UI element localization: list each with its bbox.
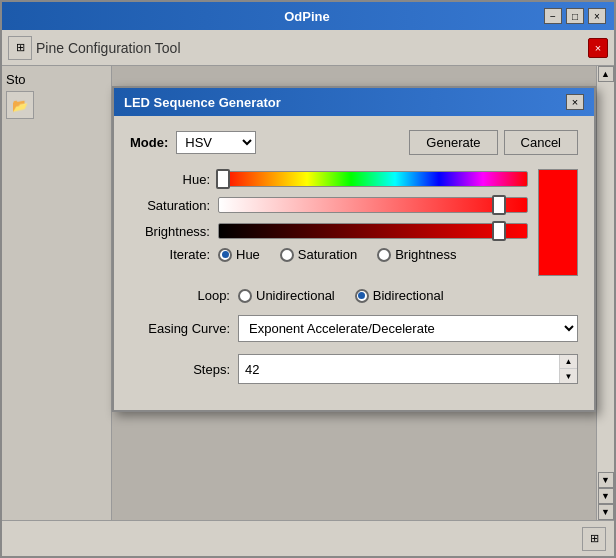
scroll-down-button-2[interactable]: ▼: [598, 488, 614, 504]
steps-row: Steps: ▲ ▼: [130, 354, 578, 384]
right-scrollbar: ▲ ▼ ▼ ▼: [596, 66, 614, 520]
toolbar-close-button[interactable]: ×: [588, 38, 608, 58]
steps-input-wrap: ▲ ▼: [238, 354, 578, 384]
window-title: OdPine: [70, 9, 544, 24]
led-sequence-dialog: LED Sequence Generator × Mode: HSV RGB: [112, 86, 596, 412]
saturation-thumb[interactable]: [492, 195, 506, 215]
brightness-track-wrap: [218, 221, 528, 241]
loop-row: Loop: Unidirectional Bidirectional: [130, 288, 578, 303]
brightness-label: Brightness:: [130, 224, 210, 239]
easing-select[interactable]: Exponent Accelerate/Decelerate Linear Ea…: [238, 315, 578, 342]
title-bar: OdPine − □ ×: [2, 2, 614, 30]
easing-row: Easing Curve: Exponent Accelerate/Decele…: [130, 315, 578, 342]
modal-close-button[interactable]: ×: [566, 94, 584, 110]
hue-label: Hue:: [130, 172, 210, 187]
iterate-brightness-label: Brightness: [395, 247, 456, 262]
mode-label: Mode:: [130, 135, 168, 150]
iterate-saturation-label: Saturation: [298, 247, 357, 262]
loop-unidirectional-label: Unidirectional: [256, 288, 335, 303]
saturation-row: Saturation:: [130, 195, 528, 215]
iterate-brightness-option[interactable]: Brightness: [377, 247, 456, 262]
loop-unidirectional-option[interactable]: Unidirectional: [238, 288, 335, 303]
modal-title: LED Sequence Generator: [124, 95, 281, 110]
hue-row: Hue:: [130, 169, 528, 189]
iterate-label: Iterate:: [130, 247, 210, 262]
saturation-label: Saturation:: [130, 198, 210, 213]
brightness-thumb[interactable]: [492, 221, 506, 241]
toolbar-title: Pine Configuration Tool: [36, 40, 181, 56]
iterate-row: Iterate: Hue Saturation: [130, 247, 528, 262]
loop-radio-group: Unidirectional Bidirectional: [238, 288, 444, 303]
iterate-saturation-radio[interactable]: [280, 248, 294, 262]
cancel-button[interactable]: Cancel: [504, 130, 578, 155]
toolbar-icon-button[interactable]: ⊞: [8, 36, 32, 60]
modal-overlay: LED Sequence Generator × Mode: HSV RGB: [112, 66, 596, 520]
generate-button[interactable]: Generate: [409, 130, 497, 155]
loop-bidirectional-option[interactable]: Bidirectional: [355, 288, 444, 303]
sidebar-open-button[interactable]: 📂: [6, 91, 34, 119]
loop-bidirectional-label: Bidirectional: [373, 288, 444, 303]
loop-label: Loop:: [130, 288, 230, 303]
mode-row: Mode: HSV RGB HSL Generate Cancel: [130, 130, 578, 155]
sidebar-label: Sto: [6, 72, 107, 87]
hue-track[interactable]: [218, 171, 528, 187]
easing-label: Easing Curve:: [130, 321, 230, 336]
steps-spinners: ▲ ▼: [559, 355, 577, 383]
steps-input[interactable]: [239, 358, 559, 381]
modal-header: LED Sequence Generator ×: [114, 88, 594, 116]
scroll-down-button-1[interactable]: ▼: [598, 472, 614, 488]
modal-body: Mode: HSV RGB HSL Generate Cancel: [114, 116, 594, 410]
hue-thumb[interactable]: [216, 169, 230, 189]
saturation-track[interactable]: [218, 197, 528, 213]
mode-select[interactable]: HSV RGB HSL: [176, 131, 256, 154]
title-bar-buttons: − □ ×: [544, 8, 606, 24]
main-pane: LED Sequence Generator × Mode: HSV RGB: [112, 66, 596, 520]
steps-decrement-button[interactable]: ▼: [560, 369, 577, 383]
steps-increment-button[interactable]: ▲: [560, 355, 577, 369]
content-area: Sto 📂 LED Sequence Generator ×: [2, 66, 614, 520]
iterate-hue-label: Hue: [236, 247, 260, 262]
color-section: Hue: Saturation:: [130, 169, 578, 276]
bottom-bar: ⊞: [2, 520, 614, 556]
brightness-track[interactable]: [218, 223, 528, 239]
toolbar: ⊞ Pine Configuration Tool ×: [2, 30, 614, 66]
iterate-hue-option[interactable]: Hue: [218, 247, 260, 262]
iterate-hue-radio[interactable]: [218, 248, 232, 262]
hue-track-wrap: [218, 169, 528, 189]
steps-label: Steps:: [130, 362, 230, 377]
mode-buttons: Generate Cancel: [409, 130, 578, 155]
minimize-button[interactable]: −: [544, 8, 562, 24]
scroll-up-button[interactable]: ▲: [598, 66, 614, 82]
main-window: OdPine − □ × ⊞ Pine Configuration Tool ×…: [0, 0, 616, 558]
iterate-brightness-radio[interactable]: [377, 248, 391, 262]
maximize-button[interactable]: □: [566, 8, 584, 24]
sidebar: Sto 📂: [2, 66, 112, 520]
iterate-saturation-option[interactable]: Saturation: [280, 247, 357, 262]
saturation-track-wrap: [218, 195, 528, 215]
loop-bidirectional-radio[interactable]: [355, 289, 369, 303]
bottom-icon-button[interactable]: ⊞: [582, 527, 606, 551]
scroll-down-button-3[interactable]: ▼: [598, 504, 614, 520]
sliders-area: Hue: Saturation:: [130, 169, 528, 276]
loop-unidirectional-radio[interactable]: [238, 289, 252, 303]
mode-left: Mode: HSV RGB HSL: [130, 131, 256, 154]
window-close-button[interactable]: ×: [588, 8, 606, 24]
toolbar-left: ⊞ Pine Configuration Tool: [8, 36, 181, 60]
color-preview: [538, 169, 578, 276]
iterate-radio-group: Hue Saturation Brightness: [218, 247, 457, 262]
brightness-row: Brightness:: [130, 221, 528, 241]
